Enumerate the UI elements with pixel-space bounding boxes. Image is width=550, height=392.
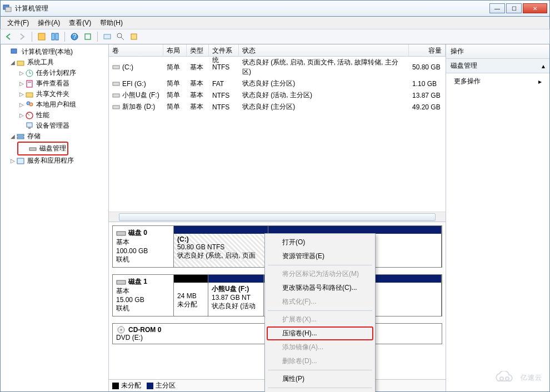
actions-more-label: 更多操作 [454, 77, 481, 86]
menu-file[interactable]: 文件(F) [4, 17, 32, 29]
col-type[interactable]: 类型 [187, 44, 209, 56]
toolbar: ? [0, 29, 550, 44]
partition-c[interactable]: (C:) 50.80 GB NTFS 状态良好 (系统, 启动, 页面 [174, 226, 268, 267]
actions-header: 操作 [446, 44, 549, 59]
legend-unallocated: 未分配 [121, 381, 141, 389]
tree-label: 共享文件夹 [36, 89, 69, 99]
partition-status: 状态良好 (活动 [212, 301, 260, 311]
col-filesystem[interactable]: 文件系统 [209, 44, 239, 56]
svg-point-39 [506, 377, 509, 380]
tree-event-viewer[interactable]: ▷事件查看器 [2, 78, 107, 89]
tree-local-users[interactable]: ▷本地用户和组 [2, 99, 107, 110]
back-icon[interactable] [4, 32, 14, 42]
cell: 状态良好 (主分区) [239, 78, 409, 89]
partition-unallocated[interactable]: 24 MB 未分配 [174, 275, 208, 316]
partition-f[interactable]: 小熊U盘 (F:) 13.87 GB NT 状态良好 (活动 [208, 275, 264, 316]
maximize-button[interactable]: ☐ [506, 3, 522, 13]
tree-shared-folders[interactable]: ▷共享文件夹 [2, 89, 107, 99]
ctx-shrink[interactable]: 压缩卷(H)... [267, 326, 373, 340]
tree-label: 系统工具 [27, 58, 54, 67]
watermark: 亿速云 [493, 371, 542, 384]
cell: 小熊U盘 (F:) [122, 91, 159, 100]
svg-point-9 [117, 33, 122, 38]
svg-point-21 [29, 103, 33, 106]
minimize-button[interactable]: — [489, 3, 505, 13]
cell: 基本 [187, 78, 209, 89]
tree-root[interactable]: 计算机管理(本地) [2, 47, 107, 57]
tool2-icon[interactable] [116, 32, 126, 42]
svg-rect-31 [113, 82, 119, 86]
cell: 49.20 GB [409, 102, 446, 112]
horizontal-scrollbar[interactable] [109, 212, 446, 222]
table-row[interactable]: 小熊U盘 (F:) 简单 基本 NTFS 状态良好 (活动, 主分区) 13.8… [109, 89, 446, 101]
partition-size: 24 MB [177, 292, 204, 300]
window-controls: — ☐ ✕ [489, 3, 547, 13]
svg-rect-4 [56, 33, 58, 40]
view2-icon[interactable] [50, 32, 60, 42]
tree-label: 设备管理器 [36, 121, 69, 130]
forward-icon[interactable] [17, 32, 27, 42]
view-icon[interactable] [37, 32, 47, 42]
cell: 简单 [163, 57, 187, 77]
svg-rect-2 [38, 33, 45, 40]
menu-action[interactable]: 操作(A) [34, 17, 63, 29]
svg-rect-32 [113, 94, 119, 97]
tree-root-label: 计算机管理(本地) [22, 47, 73, 57]
svg-rect-17 [27, 81, 32, 87]
svg-line-10 [121, 37, 124, 40]
disk-size: 100.00 GB [116, 247, 170, 255]
svg-line-23 [27, 113, 29, 115]
menu-help[interactable]: 帮助(H) [97, 17, 126, 29]
tree-system-tools[interactable]: ◢系统工具 [2, 57, 107, 68]
disk-name: CD-ROM 0 [128, 326, 161, 334]
table-row[interactable]: 新加卷 (D:) 简单 基本 NTFS 状态良好 (主分区) 49.20 GB [109, 101, 446, 113]
svg-text:?: ? [73, 33, 77, 41]
col-status[interactable]: 状态 [239, 44, 409, 56]
cell: 50.80 GB [409, 57, 446, 77]
cell: 状态良好 (活动, 主分区) [239, 90, 409, 100]
actions-subheader[interactable]: 磁盘管理▴ [446, 59, 549, 73]
col-layout[interactable]: 布局 [163, 44, 187, 56]
svg-rect-25 [28, 127, 31, 129]
cell: NTFS [209, 102, 239, 112]
ctx-explorer[interactable]: 资源管理器(E) [267, 249, 373, 263]
disk-type: 基本 [116, 238, 170, 247]
tree-services-apps[interactable]: ▷服务和应用程序 [2, 155, 107, 166]
cell: NTFS [209, 90, 239, 100]
svg-rect-28 [29, 148, 36, 150]
refresh-icon[interactable] [83, 32, 93, 42]
ctx-properties[interactable]: 属性(P) [267, 372, 373, 386]
tool1-icon[interactable] [102, 32, 112, 42]
title-bar: 计算机管理 — ☐ ✕ [0, 0, 550, 17]
cell: 13.87 GB [409, 90, 446, 100]
help-icon[interactable]: ? [69, 32, 79, 42]
actions-more[interactable]: 更多操作▸ [446, 73, 549, 89]
ctx-extend: 扩展卷(X)... [267, 313, 373, 326]
tree-performance[interactable]: ▷性能 [2, 110, 107, 120]
partition-status: 未分配 [177, 300, 204, 309]
cell: 状态良好 (主分区) [239, 102, 409, 112]
cell: 状态良好 (系统, 启动, 页面文件, 活动, 故障转储, 主分区) [239, 57, 409, 77]
tree-disk-management[interactable]: 磁盘管理 [19, 143, 66, 154]
disk-info: 磁盘 1 基本 15.00 GB 联机 [113, 275, 174, 316]
tree-task-scheduler[interactable]: ▷任务计划程序 [2, 68, 107, 78]
col-capacity[interactable]: 容量 [409, 44, 446, 56]
close-button[interactable]: ✕ [523, 3, 547, 13]
tree-storage[interactable]: ◢存储 [2, 131, 107, 142]
tree-label: 任务计划程序 [36, 68, 76, 78]
menu-view[interactable]: 查看(V) [66, 17, 94, 29]
ctx-open[interactable]: 打开(O) [267, 235, 373, 249]
disk-type: 基本 [116, 287, 170, 296]
table-row[interactable]: EFI (G:) 简单 基本 FAT 状态良好 (主分区) 1.10 GB [109, 78, 446, 89]
ctx-help[interactable]: 帮助(H) [267, 390, 373, 392]
svg-rect-26 [17, 134, 24, 136]
ctx-change-path[interactable]: 更改驱动器号和路径(C)... [267, 281, 373, 295]
tool3-icon[interactable] [129, 32, 139, 42]
svg-rect-30 [113, 66, 119, 69]
table-row[interactable]: (C:) 简单 基本 NTFS 状态良好 (系统, 启动, 页面文件, 活动, … [109, 57, 446, 78]
col-volume[interactable]: 卷 [109, 44, 163, 56]
tree-device-manager[interactable]: 设备管理器 [2, 120, 107, 131]
disk-state: 联机 [116, 255, 170, 264]
cell: (C:) [122, 63, 133, 71]
chevron-right-icon: ▸ [538, 78, 542, 86]
